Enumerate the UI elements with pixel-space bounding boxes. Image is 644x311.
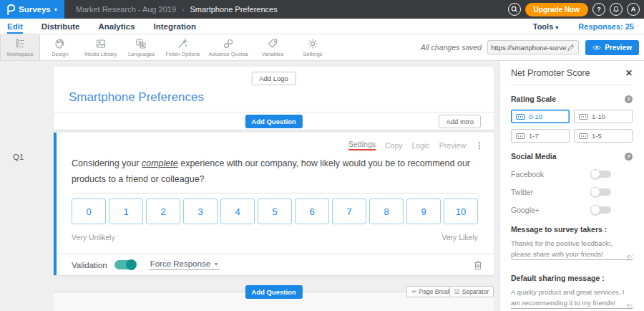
twitter-toggle[interactable] [592,188,611,196]
magic-wand-icon [177,38,188,49]
help-icon[interactable]: ? [625,153,633,161]
scale-option-1[interactable]: 1 [109,198,143,224]
page-break-button[interactable]: ✂Page Break [406,286,456,297]
top-bar: Surveys ▾ Market Research - Aug 2019 › S… [0,0,644,19]
scale-anchor-labels: Very Unlikely Very Likely [72,233,478,241]
kebab-menu-icon[interactable]: ⋮ [475,140,484,150]
edit-pencil-icon[interactable] [567,44,575,52]
eye-icon [592,44,601,51]
rating-scale-options: 0-10 1-10 1-7 1-5 [511,110,633,143]
survey-toolbar: Workspace Design Media Library Languages… [0,34,644,61]
message-textarea-wrap: Thanks for the positive feedback!, pleas… [511,239,633,263]
tag-icon [267,38,278,49]
scale-option-10[interactable]: 10 [444,198,478,224]
questionpro-logo-icon [6,4,15,15]
message-to-takers-textarea[interactable]: Thanks for the positive feedback!, pleas… [511,239,633,260]
question-text[interactable]: Considering your complete experience wit… [72,156,478,193]
surveys-app-menu[interactable]: Surveys ▾ [0,0,64,19]
upgrade-now-button[interactable]: Upgrade Now [525,3,588,16]
responses-link[interactable]: Responses: 25 [578,22,634,34]
breadcrumb: Market Research - Aug 2019 › Smartphone … [76,5,278,14]
scale-option-3[interactable]: 3 [183,198,218,224]
panel-divider [511,85,633,85]
add-logo-button[interactable]: Add Logo [251,72,296,85]
tab-preview[interactable]: Preview [439,141,466,150]
tab-settings[interactable]: Settings [348,140,376,150]
menu-bar: Edit Distribute Analytics Integration To… [0,19,644,34]
scale-option-2[interactable]: 2 [146,198,180,224]
resize-handle-icon[interactable] [627,304,633,310]
add-question-button-top[interactable]: Add Question [245,115,302,128]
search-button[interactable] [508,3,521,16]
header-footer-row: Add Question Add Intro [54,112,494,130]
bell-icon [613,6,620,13]
close-icon[interactable]: ✕ [625,68,633,78]
menu-distribute[interactable]: Distribute [42,22,80,34]
facebook-toggle[interactable] [592,171,611,178]
scale-option-6[interactable]: 6 [295,198,329,224]
main-area: Q1 Add Logo Smartphone Preferences Add Q… [0,61,644,311]
scale-option-7[interactable]: 7 [332,198,366,224]
facebook-label: Facebook [511,170,544,178]
image-icon [95,38,107,49]
tab-logic[interactable]: Logic [412,141,430,150]
scale-option-8[interactable]: 8 [369,198,404,224]
notifications-button[interactable] [610,3,623,16]
validation-type-dropdown[interactable]: Force Response▾ [149,259,220,270]
separator-button[interactable]: ☑Separator [449,286,494,297]
add-intro-button[interactable]: Add Intro [439,115,481,128]
googleplus-toggle[interactable] [592,206,611,214]
toolbar-item-finish-options[interactable]: Finish Options [161,34,204,60]
scale-option-0[interactable]: 0 [72,198,106,224]
googleplus-row: Google+ [511,206,611,214]
chevron-down-icon: ▾ [555,24,558,31]
toolbar-item-workspace[interactable]: Workspace [0,34,40,60]
default-sharing-textarea[interactable]: A quality product and great services, I … [511,287,633,309]
toolbar-item-advance-quotas[interactable]: Advance Quotas [204,34,252,60]
toggle-knob [590,205,600,215]
validation-row: Validation Force Response▾ [57,254,494,275]
toolbar-item-variables[interactable]: Variables [253,34,293,60]
toolbar-item-design[interactable]: Design [40,34,80,60]
menu-edit[interactable]: Edit [7,22,23,34]
scale-option-1-5[interactable]: 1-5 [574,129,633,143]
toolbar-item-settings[interactable]: Settings [293,34,333,60]
scale-option-0-10[interactable]: 0-10 [511,110,570,123]
tools-menu[interactable]: Tools ▾ [533,22,559,34]
help-button[interactable]: ? [592,3,605,16]
gear-icon [307,38,318,49]
scale-icon [579,114,588,120]
help-icon[interactable]: ? [625,95,633,103]
toggle-knob [126,259,137,270]
preview-button[interactable]: Preview [585,40,639,55]
breadcrumb-parent[interactable]: Market Research - Aug 2019 [76,5,176,14]
scale-option-5[interactable]: 5 [258,198,292,224]
palette-icon [54,38,66,49]
validation-label: Validation [72,261,107,269]
trash-icon[interactable] [474,260,482,270]
validation-toggle[interactable] [114,260,136,269]
resize-handle-icon[interactable] [627,255,633,261]
menu-integration[interactable]: Integration [154,22,196,34]
scale-option-1-10[interactable]: 1-10 [574,110,633,123]
links-icon [223,38,234,49]
menu-analytics[interactable]: Analytics [98,22,135,34]
tab-copy[interactable]: Copy [385,141,403,150]
rating-scale-label: Rating Scale [511,95,556,103]
survey-url-input[interactable] [491,44,567,52]
toolbar-item-media-library[interactable]: Media Library [80,34,121,60]
separator-check-icon: ☑ [454,288,460,295]
question-text-emphasis: complete [142,158,178,168]
avatar[interactable]: A [627,3,640,16]
panel-title: Net Promoter Score [511,68,590,78]
scale-option-9[interactable]: 9 [406,198,441,224]
scale-option-4[interactable]: 4 [220,198,255,224]
toolbar-item-languages[interactable]: Languages [121,34,161,60]
social-media-label: Social Media [511,152,557,161]
scale-option-1-7[interactable]: 1-7 [511,129,570,143]
survey-url-box [487,40,579,54]
survey-title[interactable]: Smartphone Preferences [69,90,204,105]
add-question-button-bottom[interactable]: Add Question [245,285,302,299]
toggle-knob [590,169,600,179]
workspace-icon [14,38,26,49]
